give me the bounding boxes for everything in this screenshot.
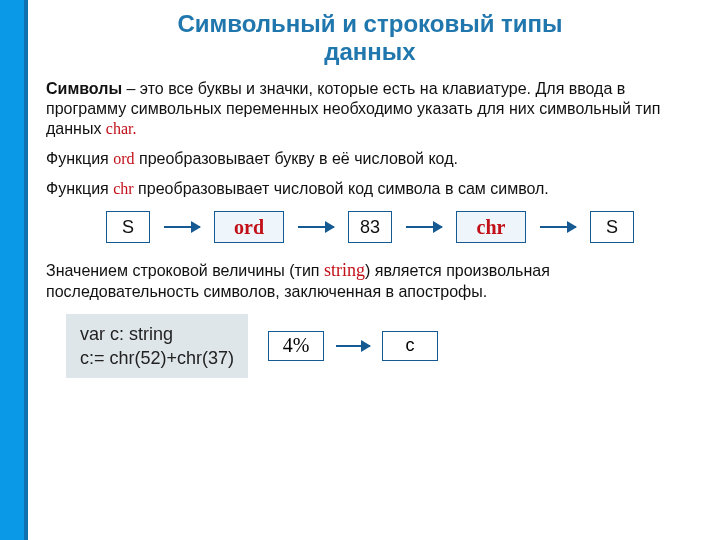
example-row: var c: string c:= chr(52)+chr(37) 4% c <box>46 314 694 379</box>
ord-chr-diagram: S ord 83 chr S <box>46 211 694 243</box>
slide-content: Символьный и строковый типы данных Симво… <box>28 6 712 534</box>
arrow-icon <box>406 226 442 228</box>
code-example: var c: string c:= chr(52)+chr(37) <box>66 314 248 379</box>
string-pre: Значением строковой величины (тип <box>46 262 324 279</box>
title-line-1: Символьный и строковый типы <box>177 10 562 37</box>
ord-post: преобразовывает букву в её числовой код. <box>135 150 458 167</box>
ord-function-paragraph: Функция ord преобразовывает букву в её ч… <box>46 149 694 169</box>
diagram-fn-ord: ord <box>214 211 284 243</box>
keyword-string: string <box>324 260 365 280</box>
title-line-2: данных <box>324 38 415 65</box>
chr-function-paragraph: Функция chr преобразовывает числовой код… <box>46 179 694 199</box>
result-var-c: c <box>382 331 438 361</box>
definition-paragraph: Символы – это все буквы и значки, которы… <box>46 79 694 139</box>
definition-text: – это все буквы и значки, которые есть н… <box>46 80 660 137</box>
chr-post: преобразовывает числовой код символа в с… <box>134 180 549 197</box>
ord-pre: Функция <box>46 150 113 167</box>
chr-pre: Функция <box>46 180 113 197</box>
result-value: 4% <box>268 331 324 361</box>
arrow-icon <box>540 226 576 228</box>
diagram-code-83: 83 <box>348 211 392 243</box>
diagram-output-s: S <box>590 211 634 243</box>
string-paragraph: Значением строковой величины (тип string… <box>46 259 694 302</box>
slide-title: Символьный и строковый типы данных <box>46 10 694 65</box>
keyword-chr: chr <box>113 180 133 197</box>
symbols-term: Символы <box>46 80 122 97</box>
arrow-icon <box>298 226 334 228</box>
code-line-2: c:= chr(52)+chr(37) <box>80 346 234 370</box>
code-line-1: var c: string <box>80 322 234 346</box>
keyword-char: char. <box>106 120 137 137</box>
side-stripe <box>0 0 24 540</box>
diagram-fn-chr: chr <box>456 211 526 243</box>
keyword-ord: ord <box>113 150 134 167</box>
diagram-input-s: S <box>106 211 150 243</box>
arrow-icon <box>336 345 370 347</box>
arrow-icon <box>164 226 200 228</box>
result-diagram: 4% c <box>268 331 438 361</box>
